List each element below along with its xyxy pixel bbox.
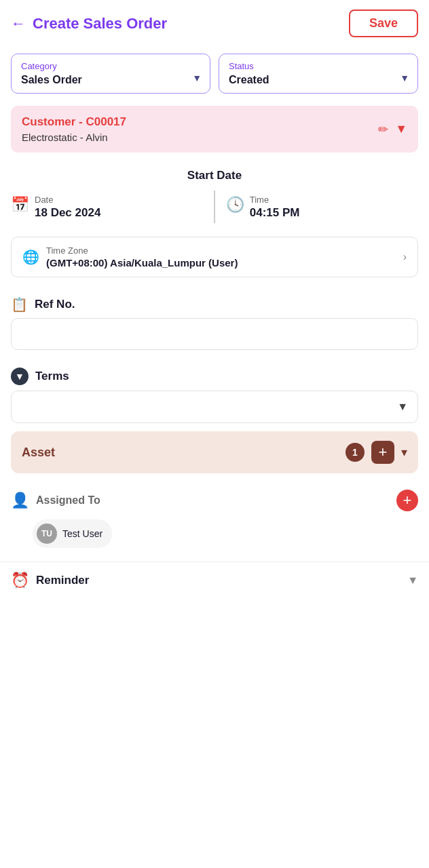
start-date-section: Start Date 📅 Date 18 Dec 2024 🕓 Time 04:… <box>0 158 429 229</box>
customer-info: Customer - C00017 Electrostatic - Alvin <box>22 115 126 143</box>
customer-subtitle: Electrostatic - Alvin <box>22 132 126 143</box>
asset-title: Asset <box>22 446 55 460</box>
reminder-section[interactable]: ⏰ Reminder ▼ <box>0 561 429 599</box>
status-label: Status <box>229 61 408 71</box>
reminder-title: Reminder <box>36 574 89 587</box>
status-chevron-icon: ▼ <box>400 73 409 83</box>
time-value: 04:15 PM <box>250 206 300 220</box>
header-left: ← Create Sales Order <box>11 15 167 33</box>
customer-collapse-icon[interactable]: ▼ <box>395 122 407 136</box>
terms-icon: ▼ <box>11 368 29 385</box>
avatar: TU <box>37 524 57 544</box>
asset-add-button[interactable]: + <box>371 441 394 464</box>
category-status-row: Category Sales Order ▼ Status Created ▼ <box>0 47 429 100</box>
timezone-content: Time Zone (GMT+08:00) Asia/Kuala_Lumpur … <box>46 245 396 269</box>
assigned-to-title: Assigned To <box>36 494 390 507</box>
asset-count-badge: 1 <box>346 443 365 462</box>
document-icon: 📋 <box>11 296 28 313</box>
asset-right: 1 + ▾ <box>346 441 407 464</box>
status-value: Created <box>229 74 408 86</box>
date-label: Date <box>35 195 100 205</box>
date-time-divider <box>214 191 215 223</box>
terms-title: Terms <box>35 370 69 383</box>
header: ← Create Sales Order Save <box>0 0 429 47</box>
assigned-to-section: 👤 Assigned To + TU Test User <box>0 481 429 556</box>
customer-section: Customer - C00017 Electrostatic - Alvin … <box>11 106 418 153</box>
category-chevron-icon: ▼ <box>192 73 202 83</box>
date-time-row: 📅 Date 18 Dec 2024 🕓 Time 04:15 PM <box>11 191 418 223</box>
reminder-left: ⏰ Reminder <box>11 572 89 589</box>
asset-collapse-icon[interactable]: ▾ <box>401 445 407 460</box>
page-title: Create Sales Order <box>33 15 167 33</box>
assigned-header: 👤 Assigned To + <box>11 490 418 511</box>
terms-select[interactable]: ▼ <box>11 391 418 423</box>
user-chip: TU Test User <box>33 519 112 548</box>
save-button[interactable]: Save <box>349 9 418 37</box>
user-name: Test User <box>62 528 102 539</box>
time-part[interactable]: 🕓 Time 04:15 PM <box>226 195 418 220</box>
terms-row: ▼ Terms <box>0 357 429 391</box>
timezone-value: (GMT+08:00) Asia/Kuala_Lumpur (User) <box>46 257 396 269</box>
status-select[interactable]: Status Created ▼ <box>219 54 418 94</box>
category-select[interactable]: Category Sales Order ▼ <box>11 54 210 94</box>
assigned-add-button[interactable]: + <box>396 490 418 511</box>
ref-no-input[interactable] <box>11 318 418 350</box>
customer-title: Customer - C00017 <box>22 115 126 129</box>
back-button[interactable]: ← <box>11 16 26 31</box>
date-part[interactable]: 📅 Date 18 Dec 2024 <box>11 195 203 220</box>
reminder-chevron-icon: ▼ <box>407 574 418 587</box>
category-value: Sales Order <box>21 74 200 86</box>
asset-section: Asset 1 + ▾ <box>11 431 418 473</box>
ref-no-row: 📋 Ref No. <box>0 285 429 318</box>
timezone-box[interactable]: 🌐 Time Zone (GMT+08:00) Asia/Kuala_Lumpu… <box>11 237 418 277</box>
date-info: Date 18 Dec 2024 <box>35 195 100 220</box>
time-label: Time <box>250 195 300 205</box>
alarm-icon: ⏰ <box>11 572 29 589</box>
edit-icon[interactable]: ✏ <box>378 122 388 137</box>
category-label: Category <box>21 61 200 71</box>
time-info: Time 04:15 PM <box>250 195 300 220</box>
globe-icon: 🌐 <box>22 249 39 265</box>
calendar-icon: 📅 <box>11 196 29 214</box>
person-icon: 👤 <box>11 492 29 509</box>
date-value: 18 Dec 2024 <box>35 206 100 220</box>
timezone-label: Time Zone <box>46 245 396 256</box>
terms-chevron-icon: ▼ <box>397 401 408 413</box>
clock-icon: 🕓 <box>226 196 244 214</box>
customer-actions: ✏ ▼ <box>378 122 407 137</box>
ref-no-title: Ref No. <box>35 298 75 311</box>
start-date-title: Start Date <box>11 169 418 182</box>
timezone-chevron-icon: › <box>403 251 407 263</box>
